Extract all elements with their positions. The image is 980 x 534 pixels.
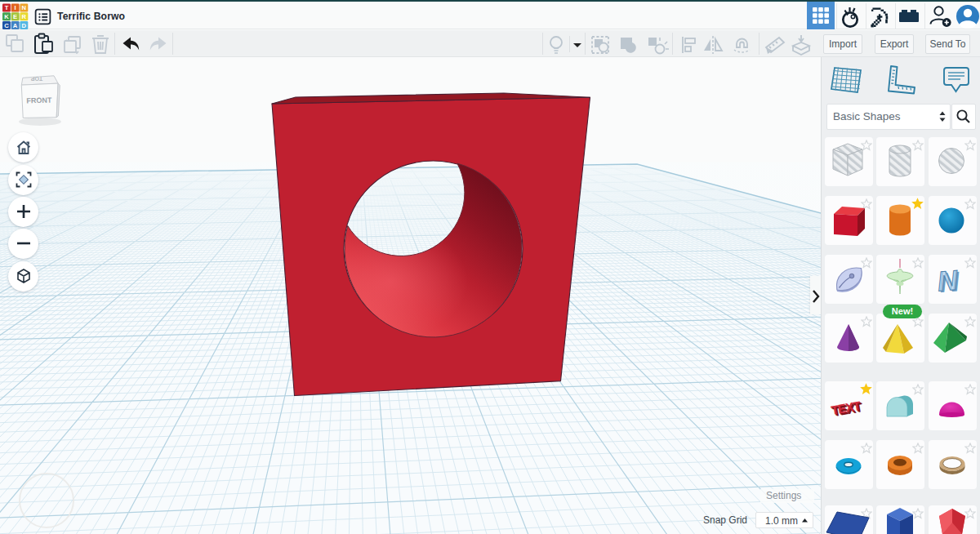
svg-text:D: D	[22, 22, 27, 29]
svg-text:K: K	[4, 13, 9, 20]
svg-text:A: A	[13, 22, 18, 29]
svg-text:FRONT: FRONT	[26, 96, 52, 105]
svg-text:N: N	[22, 4, 26, 11]
svg-text:T: T	[5, 4, 9, 11]
svg-text:I: I	[15, 4, 16, 11]
svg-text:R: R	[22, 13, 27, 20]
svg-text:TOP: TOP	[31, 76, 43, 82]
svg-text:N: N	[936, 264, 960, 296]
svg-text:C: C	[4, 22, 9, 29]
svg-text:E: E	[13, 13, 17, 20]
